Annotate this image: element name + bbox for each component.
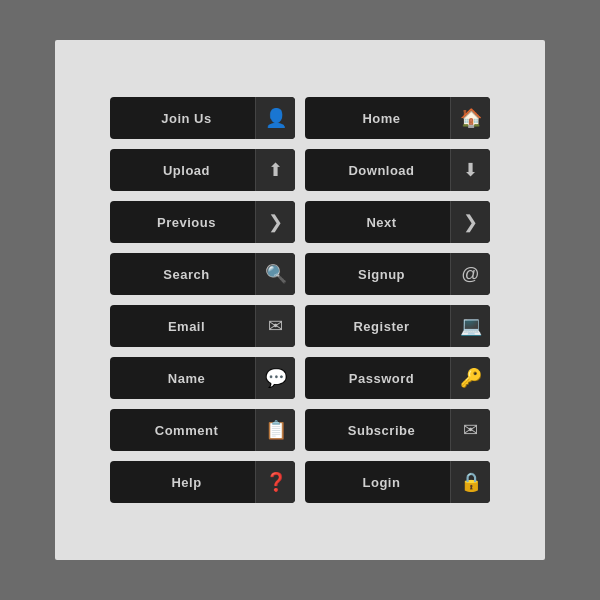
- download-button[interactable]: Download⬇: [305, 149, 490, 191]
- signup-button[interactable]: Signup@: [305, 253, 490, 295]
- card: Join Us👤Home🏠Upload⬆Download⬇Previous❯Ne…: [55, 40, 545, 560]
- join-us-icon: 👤: [255, 97, 295, 139]
- register-icon: 💻: [450, 305, 490, 347]
- upload-label: Upload: [110, 163, 255, 178]
- login-icon: 🔒: [450, 461, 490, 503]
- help-button[interactable]: Help❓: [110, 461, 295, 503]
- search-button[interactable]: Search🔍: [110, 253, 295, 295]
- home-label: Home: [305, 111, 450, 126]
- register-button[interactable]: Register💻: [305, 305, 490, 347]
- subscribe-icon: ✉: [450, 409, 490, 451]
- upload-icon: ⬆: [255, 149, 295, 191]
- email-label: Email: [110, 319, 255, 334]
- help-label: Help: [110, 475, 255, 490]
- login-label: Login: [305, 475, 450, 490]
- password-label: Password: [305, 371, 450, 386]
- signup-label: Signup: [305, 267, 450, 282]
- name-icon: 💬: [255, 357, 295, 399]
- upload-button[interactable]: Upload⬆: [110, 149, 295, 191]
- button-grid: Join Us👤Home🏠Upload⬆Download⬇Previous❯Ne…: [90, 77, 510, 523]
- previous-icon: ❯: [255, 201, 295, 243]
- email-button[interactable]: Email✉: [110, 305, 295, 347]
- search-icon: 🔍: [255, 253, 295, 295]
- previous-label: Previous: [110, 215, 255, 230]
- name-button[interactable]: Name💬: [110, 357, 295, 399]
- password-icon: 🔑: [450, 357, 490, 399]
- download-label: Download: [305, 163, 450, 178]
- name-label: Name: [110, 371, 255, 386]
- email-icon: ✉: [255, 305, 295, 347]
- previous-button[interactable]: Previous❯: [110, 201, 295, 243]
- comment-icon: 📋: [255, 409, 295, 451]
- help-icon: ❓: [255, 461, 295, 503]
- login-button[interactable]: Login🔒: [305, 461, 490, 503]
- comment-button[interactable]: Comment📋: [110, 409, 295, 451]
- next-label: Next: [305, 215, 450, 230]
- search-label: Search: [110, 267, 255, 282]
- next-icon: ❯: [450, 201, 490, 243]
- subscribe-label: Subscribe: [305, 423, 450, 438]
- join-us-label: Join Us: [110, 111, 255, 126]
- register-label: Register: [305, 319, 450, 334]
- next-button[interactable]: Next❯: [305, 201, 490, 243]
- home-button[interactable]: Home🏠: [305, 97, 490, 139]
- home-icon: 🏠: [450, 97, 490, 139]
- subscribe-button[interactable]: Subscribe✉: [305, 409, 490, 451]
- join-us-button[interactable]: Join Us👤: [110, 97, 295, 139]
- download-icon: ⬇: [450, 149, 490, 191]
- password-button[interactable]: Password🔑: [305, 357, 490, 399]
- signup-icon: @: [450, 253, 490, 295]
- comment-label: Comment: [110, 423, 255, 438]
